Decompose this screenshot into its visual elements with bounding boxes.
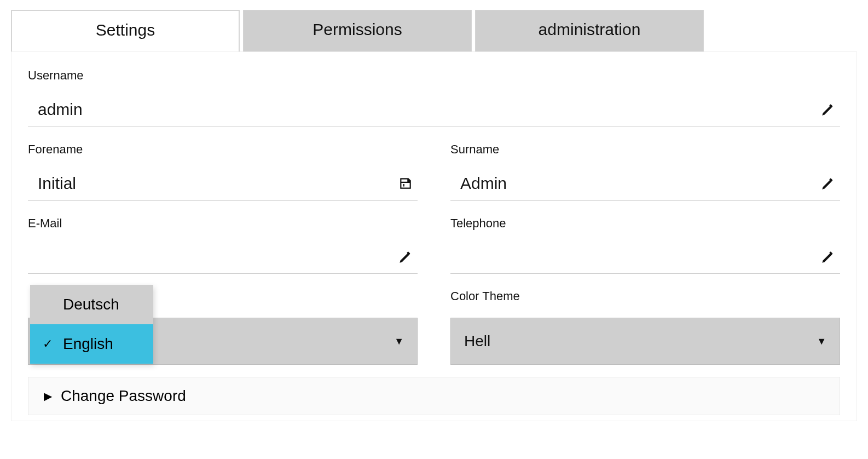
surname-field-row: Admin [450, 171, 840, 201]
pencil-icon[interactable] [819, 248, 837, 266]
forename-label: Forename [28, 142, 418, 157]
caret-down-icon: ▼ [394, 336, 404, 347]
username-label: Username [28, 68, 840, 83]
surname-value: Admin [460, 174, 507, 193]
color-theme-label: Color Theme [450, 289, 840, 303]
color-theme-selected-value: Hell [464, 332, 490, 350]
tab-permissions[interactable]: Permissions [243, 10, 472, 51]
color-theme-select[interactable]: Hell ▼ [450, 318, 840, 365]
pencil-icon[interactable] [819, 175, 837, 192]
email-field-row [28, 245, 418, 274]
check-icon: ✓ [42, 337, 53, 351]
surname-label: Surname [450, 142, 840, 157]
forename-value: Initial [38, 174, 76, 193]
username-value: admin [38, 100, 83, 119]
tab-settings[interactable]: Settings [11, 10, 240, 51]
pencil-icon[interactable] [397, 248, 414, 266]
telephone-label: Telephone [450, 216, 840, 231]
change-password-label: Change Password [61, 387, 186, 405]
language-option-deutsch[interactable]: Deutsch [30, 285, 153, 324]
caret-down-icon: ▼ [817, 336, 826, 347]
tab-administration[interactable]: administration [475, 10, 704, 51]
forename-field-row: Initial [28, 171, 418, 201]
language-dropdown-popup: Deutsch ✓ English [30, 285, 153, 364]
change-password-row[interactable]: ▶ Change Password [28, 377, 840, 415]
tabs-bar: Settings Permissions administration [11, 10, 857, 51]
email-label: E-Mail [28, 216, 418, 231]
save-icon[interactable] [397, 175, 414, 192]
language-option-label: Deutsch [63, 296, 119, 313]
username-field-row: admin [28, 97, 840, 127]
telephone-field-row [450, 245, 840, 274]
triangle-right-icon: ▶ [44, 389, 52, 403]
pencil-icon[interactable] [819, 101, 837, 118]
language-option-label: English [63, 335, 113, 353]
settings-panel: Username admin Forename Initial Surname … [11, 51, 857, 421]
language-option-english[interactable]: ✓ English [30, 324, 153, 364]
